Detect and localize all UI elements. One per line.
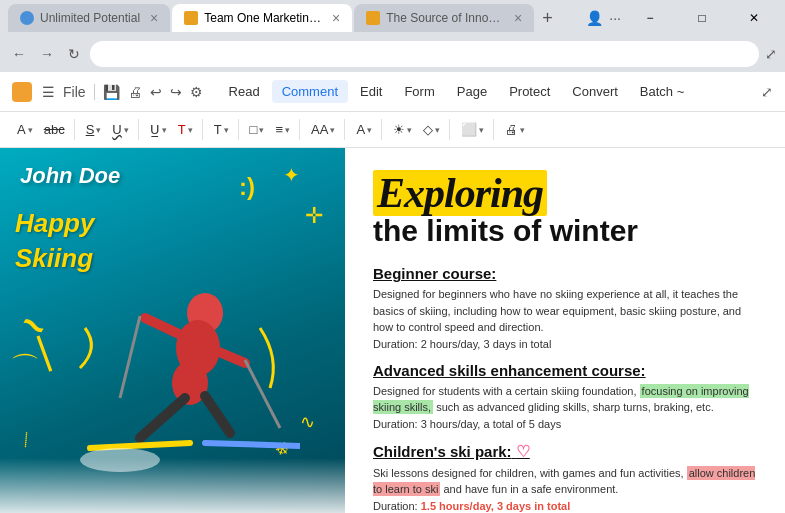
app-toolbar: ☰ File 💾 🖨 ↩ ↪ ⚙ Read Comment Edit Form … xyxy=(0,72,785,112)
browser-actions: 👤 ··· − □ ✕ xyxy=(586,2,777,34)
menu-convert[interactable]: Convert xyxy=(562,80,628,103)
section-children-duration: Duration: 1.5 hours/day, 3 days in total xyxy=(373,500,757,512)
tab-favicon-2 xyxy=(184,11,198,25)
text-color-btn[interactable]: T ▾ xyxy=(173,119,198,140)
tab-title-3: The Source of Innovative In... xyxy=(386,11,504,25)
doodle-curve: ⌒ xyxy=(10,348,40,389)
strikethrough-icon: abc xyxy=(44,122,65,137)
tab-unlimited-potential[interactable]: Unlimited Potential × xyxy=(8,4,170,32)
doc-title-main: Exploring xyxy=(373,172,757,214)
address-input[interactable] xyxy=(90,41,759,67)
section-beginner-duration: Duration: 2 hours/day, 3 days in total xyxy=(373,338,757,350)
section-advanced-duration: Duration: 3 hours/day, a total of 5 days xyxy=(373,418,757,430)
main-content: :) ✦ ❄ John Doe Happy Skiing ~ | ⌒ ✛ xyxy=(0,148,785,513)
new-tab-button[interactable]: + xyxy=(536,8,559,29)
doodle-bottom-left: ⟋ xyxy=(9,423,43,457)
section-advanced-body-before: Designed for students with a certain ski… xyxy=(373,385,640,397)
back-button[interactable]: ← xyxy=(8,44,30,64)
tab-team-one[interactable]: Team One Marketing Str... × xyxy=(172,4,352,32)
file-label[interactable]: File xyxy=(63,84,86,100)
font-color-icon: A xyxy=(356,122,365,137)
settings-icon[interactable]: ⚙ xyxy=(190,84,203,100)
callout-btn[interactable]: □ ▾ xyxy=(245,119,270,140)
underline-icon: S xyxy=(86,122,95,137)
document-panel: Exploring the limits of winter Beginner … xyxy=(345,148,785,513)
format-group-underline: S ▾ U ▾ xyxy=(77,119,139,140)
menu-edit[interactable]: Edit xyxy=(350,80,392,103)
strikethrough-btn[interactable]: abc xyxy=(39,119,70,140)
snow-ground xyxy=(0,458,345,513)
menu-batch[interactable]: Batch ~ xyxy=(630,80,694,103)
svg-line-10 xyxy=(205,443,300,446)
section-children-body-before: Ski lessons designed for children, with … xyxy=(373,467,687,479)
undo-icon[interactable]: ↩ xyxy=(150,84,162,100)
area-btn[interactable]: ⬜ ▾ xyxy=(456,119,489,140)
print-comments-icon: 🖨 xyxy=(505,122,518,137)
format-group-print: 🖨 ▾ xyxy=(496,119,534,140)
underline-btn[interactable]: S ▾ xyxy=(81,119,107,140)
print-comments-btn[interactable]: 🖨 ▾ xyxy=(500,119,530,140)
menu-form[interactable]: Form xyxy=(394,80,444,103)
squiggly-btn[interactable]: U ▾ xyxy=(107,119,133,140)
duration-prefix: Duration: xyxy=(373,500,421,512)
link-btn[interactable]: ≡ ▾ xyxy=(270,119,295,140)
format-group-stamp: ☀ ▾ ◇ ▾ xyxy=(384,119,450,140)
section-advanced-body-after: such as advanced gliding skills, sharp t… xyxy=(433,401,714,413)
john-doe-text: John Doe xyxy=(20,163,120,189)
tab-close-2[interactable]: × xyxy=(332,10,340,26)
font-size-btn[interactable]: AA ▾ xyxy=(306,119,340,140)
format-toolbar: A ▾ abc S ▾ U ▾ U̲ ▾ T ▾ T ▾ xyxy=(0,112,785,148)
section-advanced-body: Designed for students with a certain ski… xyxy=(373,383,757,416)
format-group-insert: U̲ ▾ T ▾ xyxy=(141,119,203,140)
maximize-button[interactable]: □ xyxy=(679,2,725,34)
menu-button[interactable]: ··· xyxy=(609,10,621,26)
font-color-btn[interactable]: A ▾ xyxy=(351,119,377,140)
external-link-button[interactable]: ⤢ xyxy=(765,46,777,62)
font-size-icon: AA xyxy=(311,122,328,137)
stamp-icon: ☀ xyxy=(393,122,405,137)
stamp-btn[interactable]: ☀ ▾ xyxy=(388,119,417,140)
chevron-icon: ▾ xyxy=(28,125,33,135)
star-doodle: ✦ xyxy=(283,163,300,187)
menu-comment[interactable]: Comment xyxy=(272,80,348,103)
forward-button[interactable]: → xyxy=(36,44,58,64)
section-beginner-title: Beginner course: xyxy=(373,265,757,282)
user-icon-button[interactable]: 👤 xyxy=(586,10,603,26)
menu-page[interactable]: Page xyxy=(447,80,497,103)
app-logo xyxy=(12,82,32,102)
refresh-button[interactable]: ↻ xyxy=(64,44,84,64)
minimize-button[interactable]: − xyxy=(627,2,673,34)
duration-highlighted: 1.5 hours/day, 3 days in total xyxy=(421,500,571,512)
tab-close-1[interactable]: × xyxy=(150,10,158,26)
tab-favicon-3 xyxy=(366,11,380,25)
shape-btn[interactable]: ◇ ▾ xyxy=(418,119,445,140)
doc-subtitle: the limits of winter xyxy=(373,214,757,247)
text-color-icon: T xyxy=(178,122,186,137)
hamburger-icon[interactable]: ☰ xyxy=(42,84,55,100)
section-children-body: Ski lessons designed for children, with … xyxy=(373,465,757,498)
section-children-title: Children's ski park: ♡ xyxy=(373,442,757,461)
insert-text-btn[interactable]: U̲ ▾ xyxy=(145,119,172,140)
section-children-body-after: and have fun in a safe environment. xyxy=(440,483,618,495)
tab-close-3[interactable]: × xyxy=(514,10,522,26)
menu-read[interactable]: Read xyxy=(219,80,270,103)
toolbar-icons: ☰ File 💾 🖨 ↩ ↪ ⚙ xyxy=(42,84,203,100)
tab-bar: Unlimited Potential × Team One Marketing… xyxy=(0,0,785,36)
tab-favicon-1 xyxy=(20,11,34,25)
expand-button[interactable]: ⤢ xyxy=(761,84,773,100)
close-button[interactable]: ✕ xyxy=(731,2,777,34)
note-btn[interactable]: T ▾ xyxy=(209,119,234,140)
doc-title-wrapper: Exploring the limits of winter xyxy=(373,172,757,247)
address-bar: ← → ↻ ⤢ xyxy=(0,36,785,72)
tab-source[interactable]: The Source of Innovative In... × xyxy=(354,4,534,32)
menu-bar: Read Comment Edit Form Page Protect Conv… xyxy=(219,80,757,103)
print-icon[interactable]: 🖨 xyxy=(128,84,142,100)
format-group-highlight: A ▾ abc xyxy=(8,119,75,140)
highlight-color-btn[interactable]: A ▾ xyxy=(12,119,38,140)
redo-icon[interactable]: ↪ xyxy=(170,84,182,100)
format-group-callout: □ ▾ ≡ ▾ xyxy=(241,119,300,140)
smiley-doodle: :) xyxy=(239,173,255,201)
section-advanced-title: Advanced skills enhancement course: xyxy=(373,362,757,379)
menu-protect[interactable]: Protect xyxy=(499,80,560,103)
save-icon[interactable]: 💾 xyxy=(103,84,120,100)
